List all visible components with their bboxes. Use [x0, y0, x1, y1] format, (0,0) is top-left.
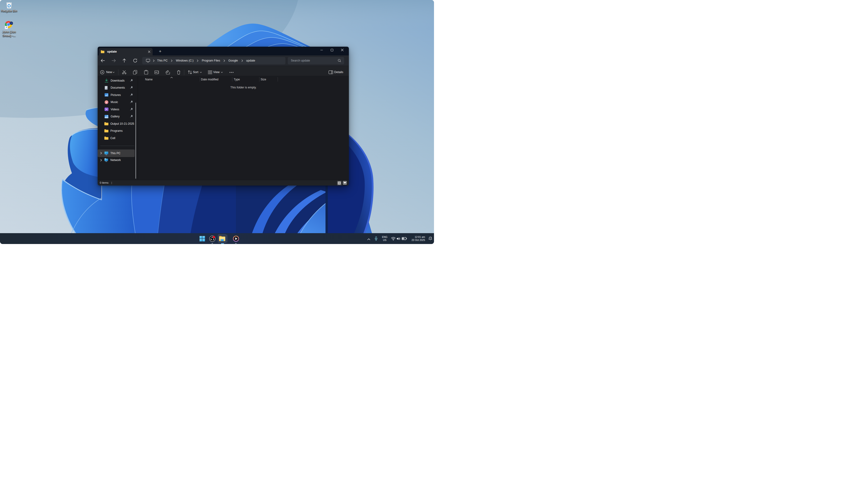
svg-text:z: z [430, 237, 431, 239]
svg-text:z: z [431, 236, 432, 238]
